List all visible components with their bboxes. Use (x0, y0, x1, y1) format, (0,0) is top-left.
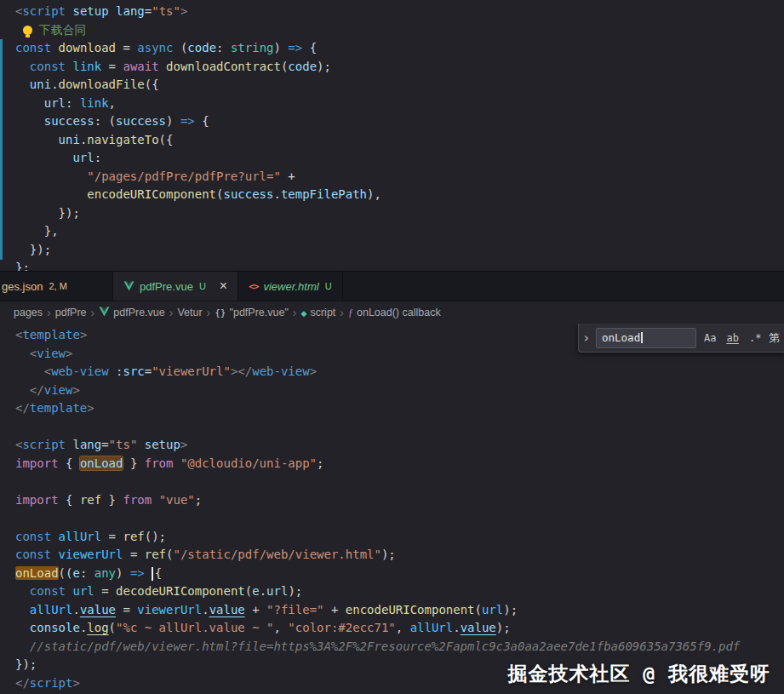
breadcrumb-label: script (310, 307, 335, 318)
module-icon: ◆ (301, 307, 307, 318)
top-editor-pane[interactable]: <script setup lang="ts"> 下载合同const downl… (0, 0, 784, 271)
breadcrumb-item[interactable]: pdfPre (55, 307, 87, 318)
code-line: import { onLoad } from "@dcloudio/uni-ap… (15, 455, 784, 473)
code-line: }); (15, 204, 784, 223)
breadcrumb-separator: › (340, 306, 344, 319)
watermark-text: 掘金技术社区 @ 我很难受呀 (507, 661, 770, 687)
code-line: console.log("%c ~ allUrl.value ~ ", "col… (15, 619, 784, 638)
code-line: }, (15, 222, 784, 241)
match-case-button[interactable]: Aa (701, 330, 718, 346)
text-caret (641, 332, 643, 343)
code-line: uni.downloadFile({ (15, 76, 784, 95)
lightbulb-icon[interactable] (23, 26, 32, 35)
code-line: <web-view :src="viewerUrl"></web-view> (15, 363, 784, 381)
breadcrumb-item[interactable]: {}"pdfPre.vue" (215, 307, 289, 318)
breadcrumb-label: pdfPre.vue (113, 307, 164, 318)
code-line (15, 418, 784, 437)
code-line: const link = await downloadContract(code… (15, 58, 784, 77)
top-code-area: <script setup lang="ts"> 下载合同const downl… (0, 0, 784, 271)
code-line: import { ref } from "vue"; (15, 491, 784, 510)
breadcrumb-label: pdfPre (55, 307, 87, 318)
code-line: </view> (15, 381, 784, 400)
find-input[interactable]: onLoad (596, 328, 696, 348)
find-widget: › onLoad Aa ab .* 第 (578, 324, 784, 353)
code-line: const url = decodeURIComponent(e.url); (15, 582, 784, 601)
breadcrumb-label: onLoad() callback (357, 307, 441, 318)
text-cursor (152, 567, 153, 581)
tab-badge: 2, M (49, 281, 66, 291)
tab-label: viewer.html (263, 280, 318, 293)
breadcrumb-separator: › (207, 306, 211, 319)
close-tab-icon[interactable]: × (220, 279, 227, 293)
regex-button[interactable]: .* (747, 330, 764, 346)
bottom-code-area: <template> <view> <web-view :src="viewer… (0, 324, 784, 692)
git-gutter-modified-indicator (0, 39, 3, 260)
vue-icon (99, 307, 110, 319)
code-line: uni.navigateTo({ (15, 131, 784, 150)
code-line: const viewerUrl = ref("/static/pdf/web/v… (15, 546, 784, 565)
func-icon: ƒ (348, 307, 353, 319)
code-line: onLoad((e: any) => { (15, 565, 784, 583)
code-line: success: (success) => { (15, 112, 784, 131)
breadcrumb-item[interactable]: ◆script (301, 307, 336, 318)
find-match-highlight: onLoad (15, 566, 59, 580)
tab-badge: U (325, 281, 332, 291)
tab-label: pdfPre.vue (140, 280, 193, 293)
toggle-replace-chevron-icon[interactable]: › (581, 330, 591, 346)
bottom-editor-pane[interactable]: <template> <view> <web-view :src="viewer… (0, 324, 784, 694)
code-line: allUrl.value = viewerUrl.value + "?file=… (15, 601, 784, 620)
code-line: const allUrl = ref(); (15, 528, 784, 547)
code-line: //static/pdf/web/viewer.html?file=https%… (15, 638, 784, 657)
tab-pdfPre.vue[interactable]: pdfPre.vueU× (113, 272, 238, 301)
breadcrumb-item[interactable]: pdfPre.vue (99, 307, 164, 319)
tab-label: ges.json (2, 280, 43, 293)
tab-ges.json[interactable]: ges.json2, M (0, 272, 113, 301)
html-file-icon: <> (249, 281, 258, 292)
breadcrumb-separator: › (91, 306, 95, 319)
tab-viewer.html[interactable]: <>viewer.htmlU (238, 272, 342, 301)
code-line: url: link, (15, 95, 784, 113)
find-match-highlight: onLoad (80, 456, 123, 470)
vscode-editor-window: <script setup lang="ts"> 下载合同const downl… (0, 0, 784, 694)
breadcrumb-label: Vetur (177, 307, 202, 318)
breadcrumb-label: pages (14, 307, 43, 318)
code-line (15, 509, 784, 528)
find-query-text: onLoad (602, 331, 640, 344)
code-line: 下载合同 (15, 21, 784, 40)
whole-word-button[interactable]: ab (724, 330, 741, 346)
code-line: const download = async (code: string) =>… (15, 39, 784, 58)
code-line: }); (15, 241, 784, 260)
code-line: }; (15, 259, 784, 271)
breadcrumb-item[interactable]: ƒonLoad() callback (348, 307, 441, 319)
breadcrumb-bar: pages›pdfPre›pdfPre.vue›Vetur›{}"pdfPre.… (0, 301, 784, 324)
code-line: </template> (15, 399, 784, 418)
breadcrumb-label: "pdfPre.vue" (230, 307, 289, 318)
vue-file-icon (123, 281, 134, 291)
find-results-count: 第 (769, 330, 780, 346)
code-line: <script lang="ts" setup> (15, 436, 784, 455)
editor-tab-bar: ges.json2, MpdfPre.vueU×<>viewer.htmlU (0, 271, 784, 301)
tab-badge: U (199, 281, 206, 291)
breadcrumb-separator: › (47, 306, 51, 319)
code-line (15, 473, 784, 491)
breadcrumb-item[interactable]: Vetur (177, 307, 202, 318)
code-line: encodeURIComponent(success.tempFilePath)… (15, 186, 784, 204)
code-line: <script setup lang="ts"> (15, 3, 784, 21)
breadcrumb-separator: › (169, 306, 174, 319)
breadcrumb-separator: › (293, 306, 297, 319)
braces-icon: {} (215, 307, 226, 318)
code-line: "/pages/pdfPre/pdfPre?url=" + (15, 168, 784, 186)
code-line: url: (15, 149, 784, 168)
breadcrumb-item[interactable]: pages (14, 307, 43, 318)
